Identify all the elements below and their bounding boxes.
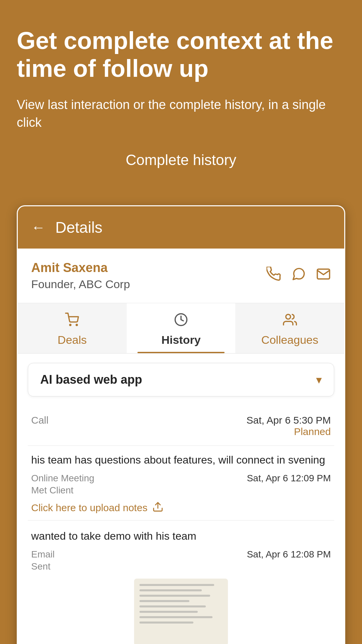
note-line-2: [139, 589, 202, 591]
whatsapp-icon[interactable]: [291, 267, 306, 285]
activity-meeting-meta: Online Meeting Met Client Sat, Apr 6 12:…: [31, 473, 331, 496]
email-icon[interactable]: [316, 267, 331, 285]
note-lines: [134, 579, 228, 632]
back-button[interactable]: ←: [31, 219, 45, 235]
hero-subtitle: View last interaction or the complete hi…: [17, 96, 345, 131]
section-label: Complete history: [17, 152, 345, 168]
note-line-6: [139, 611, 198, 613]
note-thumbnail: [134, 579, 228, 644]
contact-info: Amit Saxena Founder, ABC Corp: [31, 261, 130, 291]
note-line-8: [139, 622, 193, 624]
tab-history-underline: [137, 352, 225, 353]
activity-call-type: Call: [31, 415, 49, 426]
activity-call-status: Planned: [246, 426, 331, 437]
tab-history[interactable]: History: [127, 303, 236, 353]
history-icon: [174, 313, 188, 330]
dropdown-arrow-icon: ▾: [316, 373, 322, 386]
activity-meeting-note: his team has questions about features, w…: [31, 452, 331, 468]
activity-call-datetime: Sat, Apr 6 5:30 PM: [246, 415, 331, 426]
upload-icon: [152, 501, 164, 515]
activity-meeting: his team has questions about features, w…: [28, 446, 334, 521]
phone-card: ← Details Amit Saxena Founder, ABC Corp: [17, 205, 345, 644]
note-line-5: [139, 605, 206, 607]
upload-notes-button[interactable]: Click here to upload notes: [31, 501, 331, 515]
content-section: AI based web app ▾ Call Sat, Apr 6 5:30 …: [18, 354, 344, 644]
dropdown-label: AI based web app: [40, 373, 142, 387]
activity-call: Call Sat, Apr 6 5:30 PM Planned: [28, 407, 334, 446]
svg-point-0: [70, 324, 71, 326]
deals-icon: [65, 313, 79, 330]
activity-email-meta-left: Email Sent: [31, 549, 55, 572]
note-line-3: [139, 595, 210, 597]
top-section: Get complete context at the time of foll…: [0, 0, 362, 205]
email-type: Email: [31, 549, 55, 560]
details-title: Details: [55, 218, 103, 236]
meeting-date: Sat, Apr 6 12:09 PM: [247, 473, 331, 484]
note-line-7: [139, 616, 213, 618]
tab-history-label: History: [161, 333, 200, 346]
contact-section: Amit Saxena Founder, ABC Corp: [18, 249, 344, 303]
contact-actions: [266, 267, 331, 285]
colleagues-icon: [283, 313, 297, 330]
phone-icon[interactable]: [266, 267, 281, 285]
deal-dropdown[interactable]: AI based web app ▾: [28, 363, 334, 396]
contact-role: Founder, ABC Corp: [31, 278, 130, 291]
meeting-type: Online Meeting: [31, 473, 94, 484]
email-status: Sent: [31, 561, 55, 572]
svg-point-3: [286, 314, 290, 319]
card-container: ← Details Amit Saxena Founder, ABC Corp: [0, 205, 362, 644]
hero-title: Get complete context at the time of foll…: [17, 27, 345, 83]
tab-colleagues[interactable]: Colleagues: [235, 303, 344, 353]
meeting-status: Met Client: [31, 485, 94, 496]
tab-deals-label: Deals: [58, 333, 87, 346]
tab-deals[interactable]: Deals: [18, 303, 127, 353]
activity-call-header: Call Sat, Apr 6 5:30 PM Planned: [31, 415, 331, 437]
email-date: Sat, Apr 6 12:08 PM: [247, 549, 331, 560]
note-line-1: [139, 584, 214, 586]
activity-email-meta: Email Sent Sat, Apr 6 12:08 PM: [31, 549, 331, 572]
upload-notes-label: Click here to upload notes: [31, 502, 147, 514]
details-header: ← Details: [18, 206, 344, 249]
tabs-section: Deals History: [18, 303, 344, 354]
contact-name: Amit Saxena: [31, 261, 130, 275]
tab-colleagues-label: Colleagues: [261, 333, 318, 346]
svg-point-1: [76, 324, 78, 326]
activity-meeting-meta-left: Online Meeting Met Client: [31, 473, 94, 496]
note-line-4: [139, 600, 189, 602]
activity-email: wanted to take demo with his team Email …: [28, 521, 334, 644]
activity-email-note: wanted to take demo with his team: [31, 529, 331, 544]
